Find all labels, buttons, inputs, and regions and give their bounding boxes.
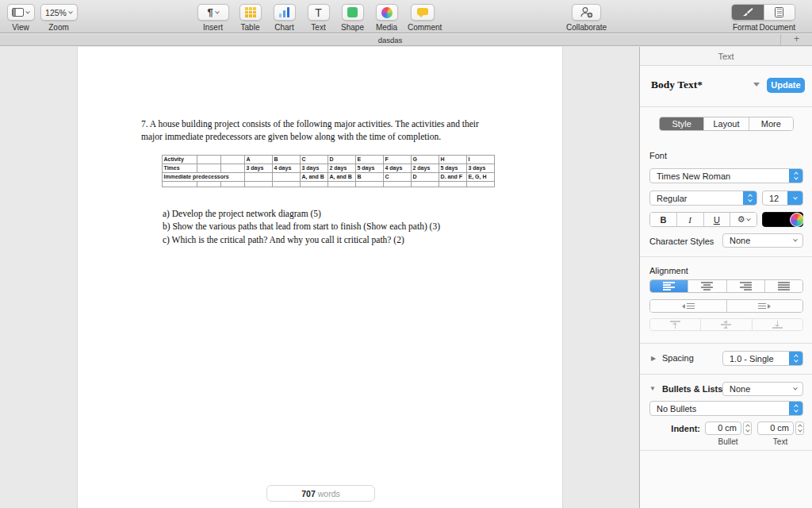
- text-button[interactable]: T: [308, 4, 330, 21]
- table-cell[interactable]: 2 days: [328, 164, 356, 173]
- collaborate-button[interactable]: [572, 4, 601, 21]
- align-right-button[interactable]: [726, 280, 764, 292]
- tab-style[interactable]: Style: [660, 117, 703, 130]
- decrease-indent-button[interactable]: [650, 300, 726, 312]
- table-cell[interactable]: E, G, H: [467, 173, 495, 182]
- table-cell[interactable]: B: [273, 156, 301, 164]
- table-cell[interactable]: 2 days: [412, 164, 439, 173]
- valign-bottom-button[interactable]: [752, 319, 802, 330]
- table-cell[interactable]: [273, 182, 301, 187]
- underline-button[interactable]: U: [703, 213, 730, 226]
- stepper-icon[interactable]: [789, 352, 802, 365]
- table-cell[interactable]: [221, 156, 245, 164]
- document-page[interactable]: 7. A house building project consists of …: [77, 47, 563, 508]
- chart-button[interactable]: [274, 4, 296, 21]
- table-cell[interactable]: [328, 182, 356, 187]
- table-cell[interactable]: [163, 182, 197, 187]
- bullet-indent-stepper[interactable]: [743, 421, 752, 435]
- table-cell[interactable]: [197, 182, 221, 187]
- table-cell[interactable]: A, and B: [301, 173, 328, 182]
- zoom-button[interactable]: 125%: [40, 4, 78, 21]
- table-cell[interactable]: [197, 156, 221, 164]
- table-cell[interactable]: [245, 173, 273, 182]
- valign-middle-button[interactable]: [700, 319, 751, 330]
- table-cell[interactable]: 3 days: [467, 164, 495, 173]
- increase-indent-button[interactable]: [726, 300, 803, 312]
- format-button[interactable]: [732, 5, 764, 20]
- table-cell[interactable]: A: [245, 156, 273, 164]
- table-cell[interactable]: A, and B: [328, 173, 356, 182]
- document-button[interactable]: [764, 5, 795, 20]
- stepper-icon[interactable]: [743, 191, 756, 205]
- table-cell[interactable]: [467, 182, 495, 187]
- stepper-icon[interactable]: [789, 402, 802, 415]
- align-center-button[interactable]: [688, 280, 726, 292]
- shape-button[interactable]: [342, 4, 364, 21]
- table-cell[interactable]: 5 days: [356, 164, 384, 173]
- table-cell[interactable]: I: [467, 156, 495, 164]
- table-button[interactable]: [239, 4, 262, 21]
- table-cell[interactable]: [384, 182, 412, 187]
- bullets-disclosure-icon[interactable]: ▼: [649, 385, 656, 392]
- table-cell[interactable]: B: [356, 173, 384, 182]
- table-cell[interactable]: C: [301, 156, 328, 164]
- comment-button[interactable]: [411, 4, 435, 21]
- valign-top-button[interactable]: [650, 319, 700, 330]
- table-cell[interactable]: D. and F: [439, 173, 467, 182]
- stepper-icon[interactable]: [789, 169, 802, 183]
- table-cell[interactable]: 3 days: [301, 164, 328, 173]
- bold-button[interactable]: B: [650, 213, 676, 226]
- align-left-button[interactable]: [650, 280, 688, 292]
- bullets-type-select[interactable]: None: [722, 382, 803, 396]
- font-family-select[interactable]: Times New Roman: [649, 168, 803, 183]
- table-cell[interactable]: [356, 182, 384, 187]
- table-cell[interactable]: Activity: [163, 156, 197, 164]
- spacing-select[interactable]: 1.0 - Single: [722, 351, 803, 366]
- table-cell[interactable]: [273, 173, 301, 182]
- table-cell[interactable]: [221, 164, 245, 173]
- table-cell[interactable]: 4 days: [384, 164, 412, 173]
- table-cell[interactable]: E: [356, 156, 384, 164]
- new-tab-button[interactable]: +: [780, 34, 812, 45]
- document-canvas[interactable]: 7. A house building project consists of …: [0, 47, 639, 508]
- color-wheel-icon[interactable]: [790, 213, 804, 227]
- italic-button[interactable]: I: [676, 213, 703, 226]
- table-cell[interactable]: [412, 182, 439, 187]
- table-cell[interactable]: C: [384, 173, 412, 182]
- table-cell[interactable]: Immediate predecessors: [163, 173, 245, 182]
- font-size-select[interactable]: 12: [762, 190, 803, 206]
- spacing-disclosure-icon[interactable]: ▶: [651, 355, 656, 362]
- table-cell[interactable]: [245, 182, 273, 187]
- style-dropdown-icon[interactable]: [753, 83, 760, 87]
- table-cell[interactable]: 3 days: [245, 164, 273, 173]
- table-cell[interactable]: [221, 182, 245, 187]
- table-cell[interactable]: [439, 182, 467, 187]
- character-styles-select[interactable]: None: [722, 233, 803, 248]
- media-button[interactable]: [376, 4, 398, 21]
- insert-button[interactable]: ¶: [197, 4, 229, 21]
- table-cell[interactable]: D: [412, 173, 439, 182]
- bullet-style-select[interactable]: No Bullets: [649, 401, 803, 416]
- table-cell[interactable]: [301, 182, 328, 187]
- tab-layout[interactable]: Layout: [703, 117, 748, 130]
- table-cell[interactable]: [197, 164, 221, 173]
- advanced-options-button[interactable]: ⚙: [730, 213, 756, 226]
- word-count-badge[interactable]: 707 words: [266, 485, 375, 502]
- table-cell[interactable]: D: [328, 156, 356, 164]
- bullet-indent-field[interactable]: 0 cm: [705, 421, 741, 435]
- update-button[interactable]: Update: [767, 78, 805, 93]
- chevron-down-icon[interactable]: [787, 191, 802, 205]
- table-cell[interactable]: 5 days: [439, 164, 467, 173]
- table-cell[interactable]: F: [384, 156, 412, 164]
- table-cell[interactable]: H: [439, 156, 467, 164]
- view-button[interactable]: [7, 4, 35, 21]
- table-cell[interactable]: G: [412, 156, 439, 164]
- table-cell[interactable]: Times: [163, 164, 197, 173]
- text-indent-field[interactable]: 0 cm: [757, 421, 794, 435]
- font-weight-select[interactable]: Regular: [649, 190, 757, 206]
- document-tab[interactable]: dasdas: [0, 34, 780, 45]
- table-cell[interactable]: 4 days: [273, 164, 301, 173]
- activity-table[interactable]: ActivityABCDEFGHITimes3 days4 days3 days…: [162, 155, 495, 187]
- text-indent-stepper[interactable]: [795, 421, 804, 435]
- tab-more[interactable]: More: [749, 117, 793, 130]
